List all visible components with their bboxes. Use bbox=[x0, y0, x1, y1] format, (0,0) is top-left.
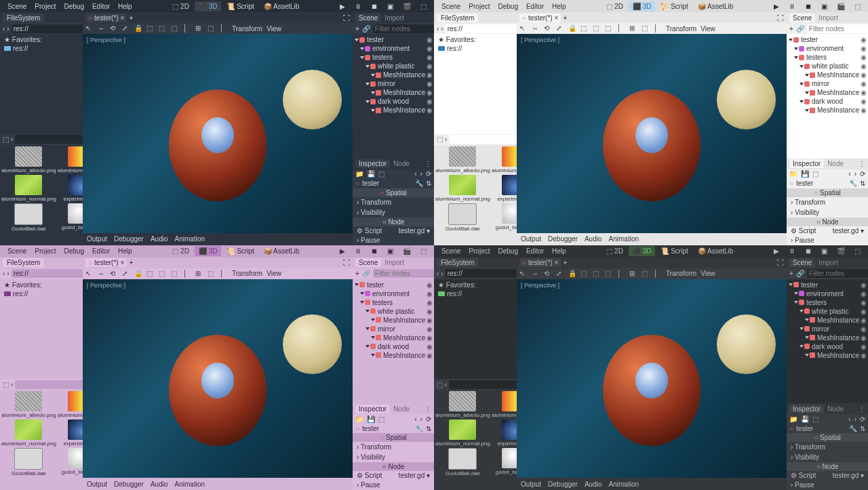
viewport-tool-9[interactable]: ⊞ bbox=[629, 24, 637, 33]
insp-tool[interactable]: 🔧 bbox=[415, 180, 423, 187]
file-tab[interactable]: ○ tester(*) × bbox=[85, 258, 127, 267]
visibility-icon[interactable]: ◉ bbox=[860, 97, 867, 106]
menu-project[interactable]: Project bbox=[31, 1, 59, 12]
tab-import[interactable]: Import bbox=[815, 258, 841, 267]
viewport-tool-0[interactable]: ↖ bbox=[519, 24, 528, 33]
distraction-free-icon[interactable]: ⛶ bbox=[777, 14, 784, 22]
scene-filter[interactable] bbox=[807, 269, 868, 278]
visibility-icon[interactable]: ◉ bbox=[426, 289, 433, 298]
mode-script[interactable]: 📜 Script bbox=[222, 246, 258, 256]
res-folder[interactable]: res:// bbox=[437, 44, 514, 53]
viewport-tool-2[interactable]: ⟲ bbox=[110, 270, 118, 278]
visibility-icon[interactable]: ◉ bbox=[426, 44, 433, 53]
playback-btn-4[interactable]: 🎬 bbox=[399, 1, 414, 12]
3d-viewport[interactable]: [ Perspective ] bbox=[517, 34, 787, 233]
insp-class-node[interactable]: ○ Node bbox=[353, 218, 434, 226]
tree-node[interactable]: dark wood◉ bbox=[788, 342, 867, 351]
tree-node[interactable]: dark wood◉ bbox=[354, 342, 433, 351]
playback-btn-3[interactable]: ▣ bbox=[818, 246, 831, 256]
viewport-tool-1[interactable]: ↔ bbox=[98, 24, 106, 33]
tab-inspector[interactable]: Inspector bbox=[355, 159, 390, 168]
insp-tool[interactable]: ⇅ bbox=[860, 425, 865, 432]
viewport-tool-11[interactable]: │ bbox=[220, 270, 228, 278]
visibility-icon[interactable]: ◉ bbox=[426, 307, 433, 316]
insp-tool[interactable]: ⬚ bbox=[378, 170, 384, 178]
scene-tool[interactable]: + bbox=[789, 270, 793, 277]
fs-item[interactable]: aluminium_normal.png bbox=[1, 420, 56, 447]
visibility-icon[interactable]: ◉ bbox=[860, 298, 867, 307]
viewport-tool-5[interactable]: ⬚ bbox=[146, 24, 155, 33]
viewport-tool-2[interactable]: ⟲ bbox=[544, 270, 552, 278]
insp-object[interactable]: tester bbox=[362, 180, 412, 187]
insp-class-spatial[interactable]: ○ Spatial bbox=[353, 188, 434, 197]
menu-editor[interactable]: Editor bbox=[523, 1, 547, 12]
insp-section-visibility[interactable]: › Visibility bbox=[787, 207, 868, 218]
scene-tool[interactable]: 🔗 bbox=[796, 270, 804, 277]
tree-node[interactable]: tester◉ bbox=[354, 35, 433, 44]
playback-btn-2[interactable]: ⏹ bbox=[802, 246, 815, 256]
bottom-animation[interactable]: Animation bbox=[609, 481, 639, 488]
playback-btn-1[interactable]: ⏸ bbox=[785, 246, 799, 256]
close-icon[interactable]: × bbox=[121, 14, 125, 22]
insp-nav[interactable]: ‹ bbox=[414, 170, 416, 178]
insp-nav[interactable]: › bbox=[420, 415, 422, 423]
viewport-tool-1[interactable]: ↔ bbox=[532, 270, 540, 278]
viewport-tool-9[interactable]: ⊞ bbox=[629, 270, 637, 278]
viewport-tool-1[interactable]: ↔ bbox=[532, 24, 540, 33]
tree-node[interactable]: tester◉ bbox=[788, 35, 867, 44]
tab-inspector[interactable]: Inspector bbox=[789, 405, 824, 413]
viewport-tool-6[interactable]: ⬚ bbox=[593, 24, 601, 33]
mode-m2d[interactable]: ⬚ 2D bbox=[602, 1, 627, 12]
fs-item[interactable]: godot_ball.mesh bbox=[58, 448, 83, 476]
insp-tool[interactable]: 📁 bbox=[789, 415, 797, 423]
visibility-icon[interactable]: ◉ bbox=[860, 351, 867, 360]
insp-tool[interactable]: 💾 bbox=[801, 415, 809, 423]
3d-viewport[interactable]: [ Perspective ] bbox=[83, 279, 353, 478]
tree-node[interactable]: MeshInstance◉ bbox=[788, 333, 867, 342]
view-menu[interactable]: View bbox=[701, 270, 715, 277]
viewport-tool-4[interactable]: 🔒 bbox=[134, 270, 142, 278]
fs-tool[interactable]: ‹ bbox=[445, 136, 447, 143]
viewport-tool-9[interactable]: ⊞ bbox=[195, 270, 203, 278]
fs-item[interactable]: GodotBall.dae bbox=[435, 203, 490, 232]
fs-tool[interactable]: ‹ bbox=[445, 381, 447, 388]
dock-menu-icon[interactable]: ⋮ bbox=[859, 160, 865, 167]
playback-btn-0[interactable]: ▶ bbox=[770, 246, 783, 256]
fs-item[interactable]: GodotBall.dae bbox=[435, 448, 490, 476]
tree-node[interactable]: MeshInstance◉ bbox=[788, 351, 867, 360]
tree-node[interactable]: testers◉ bbox=[788, 53, 867, 62]
bottom-debugger[interactable]: Debugger bbox=[114, 235, 144, 243]
fs-item[interactable]: aluminium_albedo.png bbox=[435, 146, 490, 173]
distraction-free-icon[interactable]: ⛶ bbox=[343, 259, 350, 266]
viewport-tool-0[interactable]: ↖ bbox=[85, 270, 94, 278]
menu-help[interactable]: Help bbox=[549, 1, 570, 12]
bottom-audio[interactable]: Audio bbox=[585, 235, 602, 243]
fs-item[interactable]: experiment.hdr bbox=[492, 175, 517, 202]
tree-node[interactable]: tester◉ bbox=[354, 281, 433, 289]
fs-tool[interactable]: ‹ bbox=[11, 381, 13, 388]
playback-btn-4[interactable]: 🎬 bbox=[833, 1, 848, 12]
insp-class-node[interactable]: ○ Node bbox=[787, 462, 868, 471]
tree-node[interactable]: MeshInstance◉ bbox=[788, 316, 867, 325]
tab-filesystem[interactable]: FileSystem bbox=[3, 258, 44, 267]
menu-scene[interactable]: Scene bbox=[438, 1, 464, 12]
playback-btn-2[interactable]: ⏹ bbox=[368, 246, 381, 256]
insp-tool[interactable]: ⇅ bbox=[426, 425, 431, 432]
fs-item[interactable]: aluminium_flow.png bbox=[58, 146, 83, 173]
path-nav[interactable]: ‹ bbox=[3, 270, 5, 277]
fs-item[interactable]: experiment.hdr bbox=[58, 420, 83, 447]
tree-node[interactable]: MeshInstance◉ bbox=[354, 70, 433, 79]
playback-btn-1[interactable]: ⏸ bbox=[351, 246, 365, 256]
menu-help[interactable]: Help bbox=[115, 246, 136, 256]
insp-tool[interactable]: 🔧 bbox=[849, 425, 857, 432]
viewport-tool-7[interactable]: ⬚ bbox=[605, 24, 613, 33]
viewport-tool-6[interactable]: ⬚ bbox=[593, 270, 601, 278]
menu-project[interactable]: Project bbox=[31, 246, 59, 256]
insp-tool[interactable]: 💾 bbox=[367, 415, 375, 423]
visibility-icon[interactable]: ◉ bbox=[860, 316, 867, 325]
playback-btn-2[interactable]: ⏹ bbox=[368, 1, 381, 12]
fs-item[interactable]: aluminium_normal.png bbox=[435, 175, 490, 202]
mode-script[interactable]: 📜 Script bbox=[656, 246, 692, 256]
scene-filter[interactable] bbox=[807, 24, 868, 33]
viewport-tool-7[interactable]: ⬚ bbox=[605, 270, 613, 278]
